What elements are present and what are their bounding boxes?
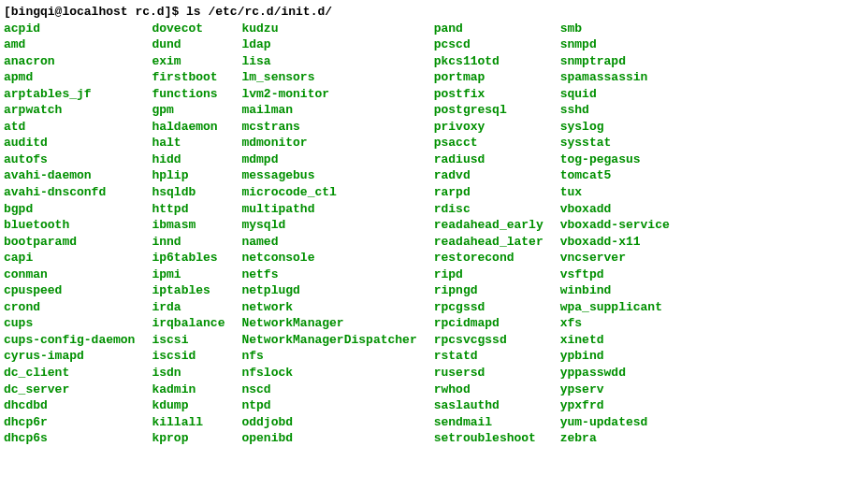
ls-column: acpidamdanacronapmdarptables_jfarpwatcha…	[4, 21, 152, 447]
ls-entry: wpa_supplicant	[560, 299, 670, 316]
ls-entry: yppasswdd	[560, 365, 670, 382]
ls-entry: ypxfrd	[560, 397, 670, 414]
shell-prompt: [bingqi@localhost rc.d]$	[4, 5, 179, 19]
ls-entry: yum-updatesd	[560, 414, 670, 431]
ls-entry: messagebus	[241, 167, 416, 184]
ls-entry: oddjobd	[241, 414, 416, 431]
ls-entry: dhcdbd	[4, 397, 135, 414]
ls-entry: microcode_ctl	[241, 184, 416, 201]
ls-entry: netconsole	[241, 250, 416, 266]
command-text: ls /etc/rc.d/init.d/	[186, 5, 332, 19]
ls-entry: tomcat5	[560, 167, 670, 184]
ls-entry: snmpd	[560, 36, 670, 53]
ls-entry: mdmonitor	[241, 135, 416, 151]
ls-entry: anacron	[4, 53, 135, 70]
ls-entry: kadmin	[152, 382, 225, 398]
ls-entry: iscsi	[152, 332, 225, 349]
terminal-output: [bingqi@localhost rc.d]$ ls /etc/rc.d/in…	[4, 4, 851, 447]
ls-entry: avahi-dnsconfd	[4, 184, 135, 201]
ls-entry: dhcp6r	[4, 414, 135, 431]
ls-entry: irda	[152, 299, 225, 316]
ls-entry: tog-pegasus	[560, 151, 670, 168]
ls-entry: kudzu	[241, 21, 416, 37]
ls-entry: lisa	[241, 53, 416, 70]
ls-entry: tux	[560, 184, 670, 201]
ls-column: smbsnmpdsnmptrapdspamassassinsquidsshdsy…	[560, 21, 687, 447]
ls-listing: acpidamdanacronapmdarptables_jfarpwatcha…	[4, 21, 851, 447]
ls-entry: winbind	[560, 282, 670, 299]
ls-entry: psacct	[434, 135, 543, 151]
ls-entry: httpd	[152, 201, 225, 218]
ls-entry: ldap	[241, 36, 416, 53]
ls-entry: ibmasm	[152, 217, 225, 234]
prompt-line: [bingqi@localhost rc.d]$ ls /etc/rc.d/in…	[4, 4, 851, 21]
ls-entry: netfs	[241, 266, 416, 283]
ls-entry: innd	[152, 234, 225, 251]
ls-entry: vncserver	[560, 250, 670, 266]
ls-entry: NetworkManagerDispatcher	[241, 332, 416, 349]
ls-entry: bluetooth	[4, 217, 135, 234]
ls-entry: rdisc	[434, 201, 543, 218]
ls-entry: ripd	[434, 266, 543, 283]
ls-entry: halt	[152, 135, 225, 151]
ls-entry: sshd	[560, 102, 670, 119]
ls-entry: acpid	[4, 21, 135, 37]
ls-entry: avahi-daemon	[4, 167, 135, 184]
ls-entry: dc_client	[4, 365, 135, 382]
ls-column: kudzuldaplisalm_sensorslvm2-monitormailm…	[241, 21, 433, 447]
ls-entry: openibd	[241, 430, 416, 447]
ls-entry: nfs	[241, 348, 416, 365]
ls-entry: vboxadd	[560, 201, 670, 218]
ls-entry: privoxy	[434, 119, 543, 136]
ls-entry: ntpd	[241, 397, 416, 414]
ls-entry: readahead_early	[434, 217, 543, 234]
ls-entry: radvd	[434, 167, 543, 184]
ls-entry: squid	[560, 86, 670, 103]
ls-entry: NetworkManager	[241, 315, 416, 332]
ls-entry: nfslock	[241, 365, 416, 382]
ls-entry: xfs	[560, 315, 670, 332]
ls-entry: conman	[4, 266, 135, 283]
ls-entry: ip6tables	[152, 250, 225, 266]
ls-entry: rpcsvcgssd	[434, 332, 543, 349]
ls-entry: pcscd	[434, 36, 543, 53]
ls-entry: zebra	[560, 430, 670, 447]
ls-entry: multipathd	[241, 201, 416, 218]
ls-entry: readahead_later	[434, 234, 543, 251]
ls-entry: functions	[152, 86, 225, 103]
ls-entry: vsftpd	[560, 266, 670, 283]
ls-entry: postgresql	[434, 102, 543, 119]
ls-entry: dund	[152, 36, 225, 53]
ls-entry: cpuspeed	[4, 282, 135, 299]
ls-entry: arpwatch	[4, 102, 135, 119]
ls-entry: pkcs11otd	[434, 53, 543, 70]
ls-entry: dovecot	[152, 21, 225, 37]
ls-entry: setroubleshoot	[434, 430, 543, 447]
ls-entry: restorecond	[434, 250, 543, 266]
ls-entry: network	[241, 299, 416, 316]
ls-entry: atd	[4, 119, 135, 136]
ls-entry: spamassassin	[560, 69, 670, 86]
ls-entry: apmd	[4, 69, 135, 86]
ls-entry: snmptrapd	[560, 53, 670, 70]
ls-entry: pand	[434, 21, 543, 37]
ls-entry: netplugd	[241, 282, 416, 299]
ls-entry: rarpd	[434, 184, 543, 201]
ls-entry: dhcp6s	[4, 430, 135, 447]
ls-entry: crond	[4, 299, 135, 316]
ls-entry: vboxadd-x11	[560, 234, 670, 251]
ls-entry: killall	[152, 414, 225, 431]
ls-entry: cups	[4, 315, 135, 332]
ls-entry: nscd	[241, 382, 416, 398]
ls-entry: rusersd	[434, 365, 543, 382]
ls-entry: capi	[4, 250, 135, 266]
ls-entry: hplip	[152, 167, 225, 184]
ls-entry: ypserv	[560, 382, 670, 398]
ls-entry: bootparamd	[4, 234, 135, 251]
ls-entry: named	[241, 234, 416, 251]
ls-entry: radiusd	[434, 151, 543, 168]
ls-entry: auditd	[4, 135, 135, 151]
ls-entry: bgpd	[4, 201, 135, 218]
ls-entry: iscsid	[152, 348, 225, 365]
ls-entry: syslog	[560, 119, 670, 136]
